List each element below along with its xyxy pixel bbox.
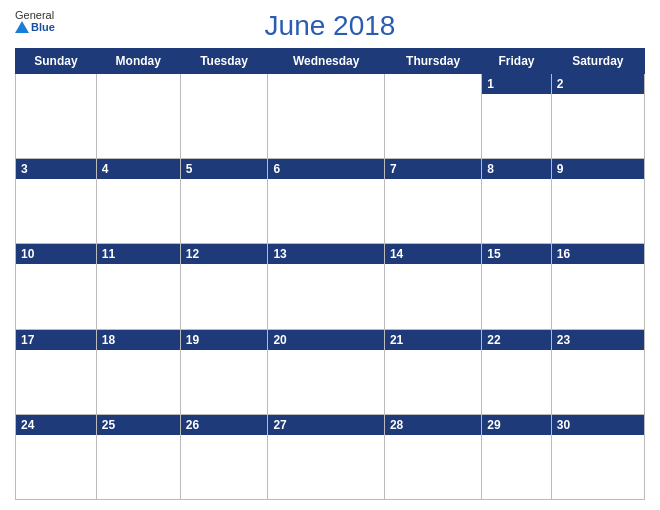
table-row: 5 xyxy=(180,159,268,244)
logo-general-text: General xyxy=(15,10,54,21)
table-row: 23 xyxy=(551,329,644,414)
calendar-table: Sunday Monday Tuesday Wednesday Thursday… xyxy=(15,48,645,500)
day-number: 27 xyxy=(268,415,384,435)
header-saturday: Saturday xyxy=(551,49,644,74)
calendar-week-row: 3456789 xyxy=(16,159,645,244)
table-row: 18 xyxy=(96,329,180,414)
table-row: 25 xyxy=(96,414,180,499)
day-number: 5 xyxy=(181,159,268,179)
logo-triangle-icon xyxy=(15,21,29,33)
table-row: 30 xyxy=(551,414,644,499)
table-row: 21 xyxy=(384,329,481,414)
day-number: 23 xyxy=(552,330,644,350)
logo: General Blue xyxy=(15,10,55,33)
table-row: 3 xyxy=(16,159,97,244)
table-row: 12 xyxy=(180,244,268,329)
calendar-week-row: 24252627282930 xyxy=(16,414,645,499)
day-number: 7 xyxy=(385,159,481,179)
table-row: 28 xyxy=(384,414,481,499)
header-friday: Friday xyxy=(482,49,552,74)
day-number: 28 xyxy=(385,415,481,435)
day-number: 25 xyxy=(97,415,180,435)
table-row: 6 xyxy=(268,159,385,244)
table-row xyxy=(268,74,385,159)
header-thursday: Thursday xyxy=(384,49,481,74)
day-number: 8 xyxy=(482,159,551,179)
day-number: 3 xyxy=(16,159,96,179)
day-number: 22 xyxy=(482,330,551,350)
calendar-week-row: 12 xyxy=(16,74,645,159)
table-row: 2 xyxy=(551,74,644,159)
day-number: 20 xyxy=(268,330,384,350)
day-number: 2 xyxy=(552,74,644,94)
header-monday: Monday xyxy=(96,49,180,74)
day-number: 16 xyxy=(552,244,644,264)
table-row: 10 xyxy=(16,244,97,329)
table-row xyxy=(16,74,97,159)
table-row: 17 xyxy=(16,329,97,414)
table-row: 20 xyxy=(268,329,385,414)
day-number: 14 xyxy=(385,244,481,264)
day-number: 26 xyxy=(181,415,268,435)
day-number: 4 xyxy=(97,159,180,179)
day-number: 11 xyxy=(97,244,180,264)
day-number: 9 xyxy=(552,159,644,179)
table-row: 7 xyxy=(384,159,481,244)
table-row: 24 xyxy=(16,414,97,499)
weekday-header-row: Sunday Monday Tuesday Wednesday Thursday… xyxy=(16,49,645,74)
table-row: 1 xyxy=(482,74,552,159)
day-number: 19 xyxy=(181,330,268,350)
day-number: 6 xyxy=(268,159,384,179)
table-row: 9 xyxy=(551,159,644,244)
table-row xyxy=(384,74,481,159)
day-number: 21 xyxy=(385,330,481,350)
table-row: 29 xyxy=(482,414,552,499)
table-row: 8 xyxy=(482,159,552,244)
page-title: June 2018 xyxy=(265,10,396,42)
header-tuesday: Tuesday xyxy=(180,49,268,74)
table-row: 27 xyxy=(268,414,385,499)
day-number: 12 xyxy=(181,244,268,264)
day-number: 10 xyxy=(16,244,96,264)
table-row xyxy=(180,74,268,159)
table-row: 16 xyxy=(551,244,644,329)
day-number: 29 xyxy=(482,415,551,435)
table-row: 14 xyxy=(384,244,481,329)
calendar-header: General Blue June 2018 xyxy=(15,10,645,48)
day-number: 24 xyxy=(16,415,96,435)
table-row xyxy=(96,74,180,159)
day-number: 18 xyxy=(97,330,180,350)
calendar-week-row: 10111213141516 xyxy=(16,244,645,329)
header-sunday: Sunday xyxy=(16,49,97,74)
table-row: 13 xyxy=(268,244,385,329)
table-row: 15 xyxy=(482,244,552,329)
table-row: 26 xyxy=(180,414,268,499)
header-wednesday: Wednesday xyxy=(268,49,385,74)
day-number: 1 xyxy=(482,74,551,94)
day-number: 15 xyxy=(482,244,551,264)
table-row: 4 xyxy=(96,159,180,244)
day-number: 13 xyxy=(268,244,384,264)
day-number: 30 xyxy=(552,415,644,435)
table-row: 22 xyxy=(482,329,552,414)
logo-blue-text: Blue xyxy=(15,21,55,33)
table-row: 19 xyxy=(180,329,268,414)
day-number: 17 xyxy=(16,330,96,350)
table-row: 11 xyxy=(96,244,180,329)
calendar-week-row: 17181920212223 xyxy=(16,329,645,414)
